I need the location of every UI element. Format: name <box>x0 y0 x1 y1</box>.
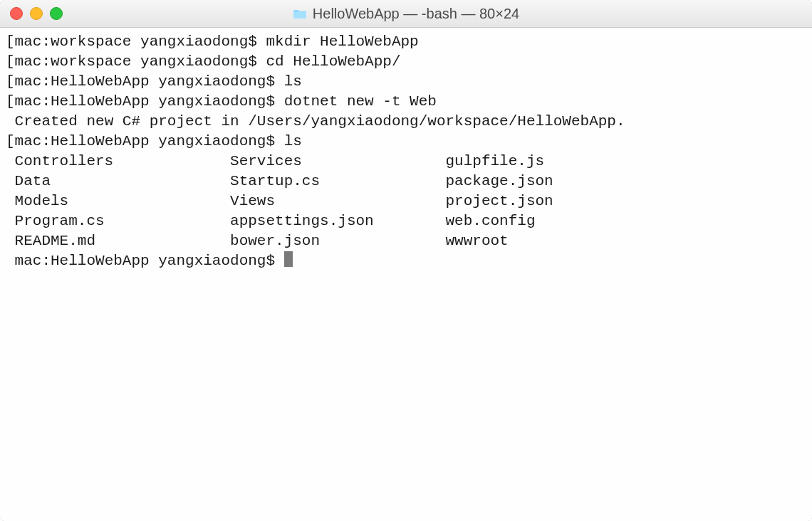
terminal-line: [mac:HelloWebApp yangxiaodong$ ls <box>6 132 806 152</box>
ls-row: Models Views project.json <box>6 191 806 211</box>
terminal-line: [mac:workspace yangxiaodong$ cd HelloWeb… <box>6 52 806 72</box>
terminal-line: [mac:HelloWebApp yangxiaodong$ ls <box>6 72 806 92</box>
prompt: mac:workspace yangxiaodong$ <box>15 53 266 70</box>
close-button[interactable] <box>10 7 23 20</box>
ls-output: Controllers Services gulpfile.js Data St… <box>6 152 806 251</box>
space <box>6 113 15 130</box>
prompt: mac:HelloWebApp yangxiaodong$ <box>15 93 284 110</box>
terminal-line: Created new C# project in /Users/yangxia… <box>6 112 806 132</box>
ls-row: Program.cs appsettings.json web.config <box>6 211 806 231</box>
window-title-text: HelloWebApp — -bash — 80×24 <box>313 6 519 22</box>
prompt-bracket: [ <box>6 33 15 50</box>
prompt: mac:HelloWebApp yangxiaodong$ <box>15 73 284 90</box>
traffic-lights <box>10 7 63 20</box>
terminal-window: HelloWebApp — -bash — 80×24 [mac:workspa… <box>0 0 812 521</box>
command: ls <box>284 133 302 149</box>
prompt-bracket: [ <box>6 73 15 90</box>
command: ls <box>284 73 302 90</box>
folder-icon <box>293 8 307 19</box>
ls-row: README.md bower.json wwwroot <box>6 231 806 251</box>
prompt-bracket: [ <box>6 93 15 110</box>
output: Created new C# project in /Users/yangxia… <box>15 113 625 130</box>
command: mkdir HelloWebApp <box>266 33 418 50</box>
terminal-line: [mac:HelloWebApp yangxiaodong$ dotnet ne… <box>6 92 806 112</box>
terminal-body[interactable]: [mac:workspace yangxiaodong$ mkdir Hello… <box>0 28 812 521</box>
command: dotnet new -t Web <box>284 93 437 110</box>
terminal-line: [mac:workspace yangxiaodong$ mkdir Hello… <box>6 32 806 52</box>
terminal-line: mac:HelloWebApp yangxiaodong$ <box>6 251 806 271</box>
command: cd HelloWebApp/ <box>266 53 400 70</box>
prompt: mac:HelloWebApp yangxiaodong$ <box>15 133 284 149</box>
ls-row: Controllers Services gulpfile.js <box>6 152 806 172</box>
prompt-bracket: [ <box>6 133 15 149</box>
ls-row: Data Startup.cs package.json <box>6 172 806 191</box>
prompt: mac:HelloWebApp yangxiaodong$ <box>15 253 284 269</box>
prompt: mac:workspace yangxiaodong$ <box>15 33 266 50</box>
zoom-button[interactable] <box>50 7 63 20</box>
space <box>6 253 15 269</box>
window-title: HelloWebApp — -bash — 80×24 <box>0 6 812 22</box>
cursor <box>284 251 293 267</box>
prompt-bracket: [ <box>6 53 15 70</box>
titlebar[interactable]: HelloWebApp — -bash — 80×24 <box>0 0 812 28</box>
minimize-button[interactable] <box>30 7 43 20</box>
